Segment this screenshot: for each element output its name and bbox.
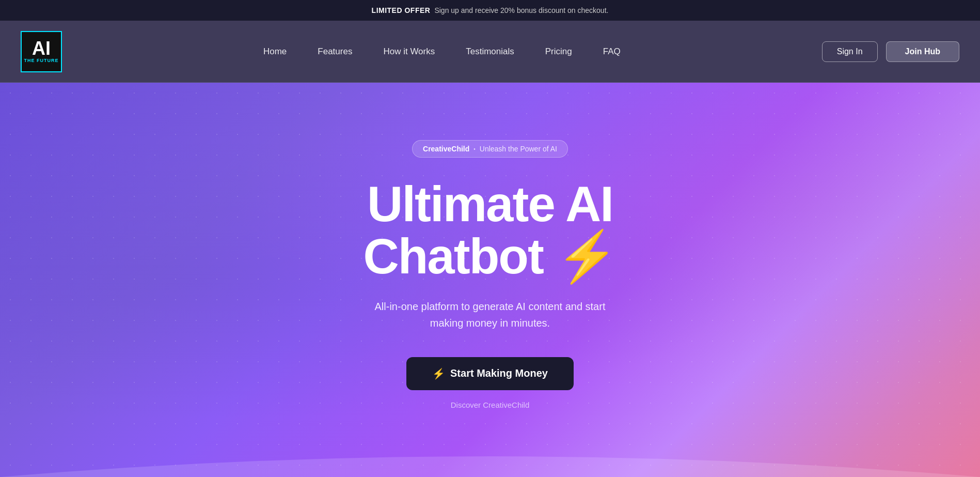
- limited-offer-label: LIMITED OFFER: [372, 6, 431, 14]
- banner-text: Sign up and receive 20% bonus discount o…: [434, 6, 608, 14]
- nav-item-home[interactable]: Home: [263, 47, 287, 57]
- nav-link-home[interactable]: Home: [263, 47, 287, 56]
- nav-item-how-it-works[interactable]: How it Works: [383, 47, 435, 57]
- nav-link-how-it-works[interactable]: How it Works: [383, 47, 435, 56]
- nav-link-faq[interactable]: FAQ: [603, 47, 621, 56]
- hero-content: CreativeChild • Unleash the Power of AI …: [361, 140, 619, 409]
- signin-button[interactable]: Sign In: [822, 41, 878, 62]
- nav-link-features[interactable]: Features: [318, 47, 352, 56]
- cta-bolt-icon: ⚡: [432, 367, 445, 380]
- hero-bottom-curve: [0, 436, 980, 477]
- badge-dot: •: [473, 146, 476, 152]
- start-making-money-button[interactable]: ⚡ Start Making Money: [406, 357, 574, 390]
- nav-link-pricing[interactable]: Pricing: [545, 47, 572, 56]
- discover-link[interactable]: Discover CreativeChild: [451, 401, 530, 409]
- header-actions: Sign In Join Hub: [822, 41, 959, 62]
- logo[interactable]: AI THE FUTURE: [21, 31, 62, 72]
- badge-brand-name: CreativeChild: [423, 145, 469, 153]
- nav-item-features[interactable]: Features: [318, 47, 352, 57]
- nav-item-testimonials[interactable]: Testimonials: [466, 47, 514, 57]
- nav-item-faq[interactable]: FAQ: [603, 47, 621, 57]
- lightning-icon: ⚡: [556, 230, 617, 283]
- hero-title-line1: Ultimate AI: [367, 176, 613, 232]
- hero-subtitle: All-in-one platform to generate AI conte…: [361, 298, 619, 331]
- hero-title: Ultimate AI Chatbot ⚡: [363, 178, 617, 283]
- cta-label: Start Making Money: [450, 367, 548, 379]
- logo-box[interactable]: AI THE FUTURE: [21, 31, 62, 72]
- nav-item-pricing[interactable]: Pricing: [545, 47, 572, 57]
- hero-section: CreativeChild • Unleash the Power of AI …: [0, 83, 980, 477]
- joinhub-button[interactable]: Join Hub: [886, 41, 959, 62]
- main-nav: Home Features How it Works Testimonials …: [263, 47, 621, 57]
- nav-links: Home Features How it Works Testimonials …: [263, 47, 621, 57]
- header: AI THE FUTURE Home Features How it Works…: [0, 21, 980, 83]
- badge-tagline: Unleash the Power of AI: [480, 145, 557, 153]
- nav-link-testimonials[interactable]: Testimonials: [466, 47, 514, 56]
- hero-badge: CreativeChild • Unleash the Power of AI: [412, 140, 568, 158]
- logo-sub-text: THE FUTURE: [24, 58, 59, 64]
- logo-ai-text: AI: [32, 39, 51, 58]
- top-banner: LIMITED OFFER Sign up and receive 20% bo…: [0, 0, 980, 21]
- hero-title-line2: Chatbot: [363, 228, 543, 284]
